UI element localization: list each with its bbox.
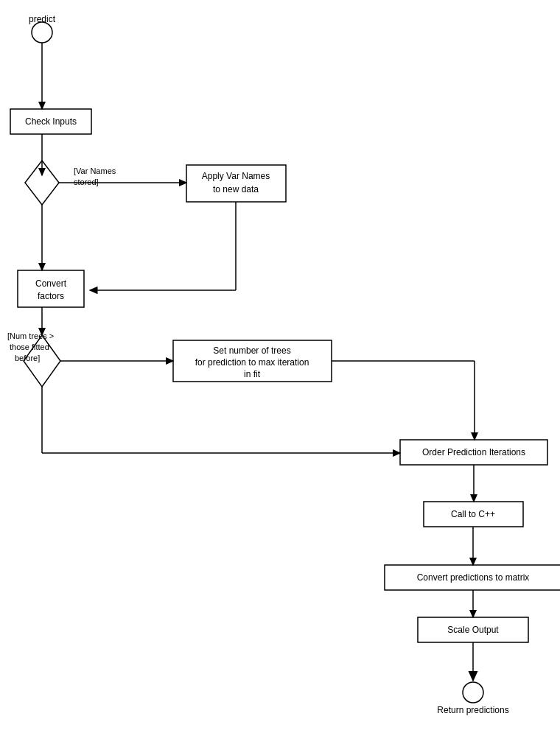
flowchart-diagram: predict Check Inputs [Var Names stored] … <box>0 0 560 744</box>
diamond1-label: [Var Names <box>74 166 116 175</box>
set-num-trees-label1: Set number of trees <box>213 345 290 356</box>
diamond2-label1: [Num trees > <box>7 331 54 340</box>
apply-var-names-label2: to new data <box>213 184 259 194</box>
convert-matrix-label: Convert predictions to matrix <box>417 572 530 583</box>
diamond1-label2: stored] <box>74 178 99 186</box>
set-num-trees-label3: in fit <box>244 369 261 379</box>
start-node <box>32 22 52 43</box>
diamond2-label2: those fitted <box>10 343 49 351</box>
scale-output-label: Scale Output <box>447 625 499 635</box>
convert-factors-label1: Convert <box>35 278 67 289</box>
diamond2-label3: before] <box>15 354 40 362</box>
convert-factors-label2: factors <box>38 291 64 301</box>
end-node <box>463 682 483 703</box>
start-label: predict <box>29 14 56 24</box>
call-cpp-label: Call to C++ <box>451 509 495 519</box>
set-num-trees-label2: for prediction to max iteration <box>195 357 309 368</box>
apply-var-names-label1: Apply Var Names <box>202 171 270 181</box>
end-label: Return predictions <box>437 705 508 715</box>
check-inputs-label: Check Inputs <box>25 116 77 127</box>
convert-factors-box <box>18 270 84 307</box>
order-pred-label: Order Prediction Iterations <box>422 447 525 457</box>
